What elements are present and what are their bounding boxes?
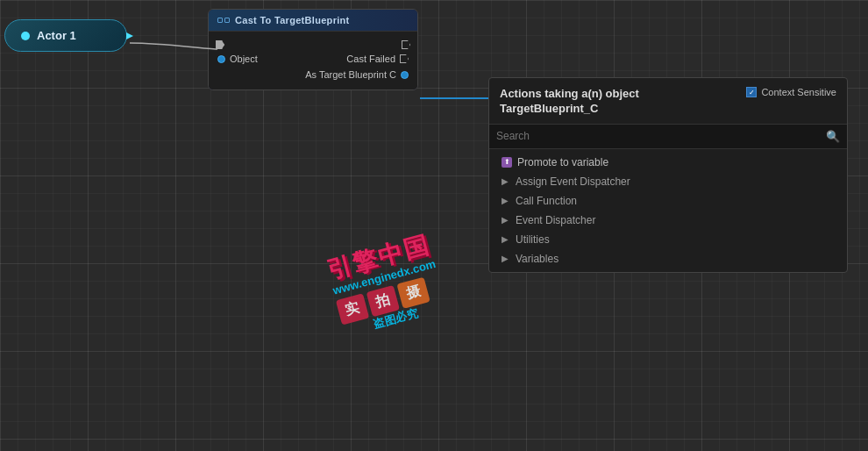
action-label-assign-event: Assign Event Dispatcher [516,175,630,188]
cast-node: Cast To TargetBlueprint Object Cast Fail… [208,9,418,90]
actions-title: Actions taking a(n) object TargetBluepri… [500,87,639,117]
action-item-assign-event[interactable]: ▶ Assign Event Dispatcher [489,172,847,191]
cast-node-body: Object Cast Failed As Target Blueprint C [209,32,417,89]
watermark-text1: 引擎中国 [324,228,435,288]
cast-icon-box1 [217,18,223,23]
watermark-text3: 盗图必究 [342,297,448,340]
actions-title-line2: TargetBlueprint_C [500,102,639,117]
actor-node-dot [21,32,30,40]
promote-icon: ⬆ [502,157,512,168]
cast-icon-box2 [224,18,230,23]
context-sensitive-checkbox[interactable] [746,87,757,97]
action-item-call-function[interactable]: ▶ Call Function [489,191,847,211]
action-label-promote: Promote to variable [517,156,608,168]
watermark-badge1: 实 [336,293,369,325]
action-label-utilities: Utilities [516,233,550,246]
watermark-text2: www.enginedx.com [331,257,438,297]
action-item-promote[interactable]: ⬆ Promote to variable [489,153,847,172]
as-target-pin-out[interactable] [401,71,409,79]
exec-row [209,39,417,51]
search-row[interactable]: 🔍 [489,125,847,149]
actions-header: Actions taking a(n) object TargetBluepri… [489,78,847,125]
cast-node-header: Cast To TargetBlueprint [209,10,417,32]
context-sensitive-label: Context Sensitive [761,87,836,97]
action-item-utilities[interactable]: ▶ Utilities [489,230,847,249]
actions-panel: Actions taking a(n) object TargetBluepri… [488,77,848,273]
action-item-event-dispatcher[interactable]: ▶ Event Dispatcher [489,211,847,230]
expand-arrow-variables: ▶ [502,254,509,263]
object-castfailed-row: Object Cast Failed [209,51,417,67]
as-target-row: As Target Blueprint C [209,67,417,82]
actor-node-label: Actor 1 [37,29,76,42]
action-item-variables[interactable]: ▶ Variables [489,249,847,268]
expand-arrow-event: ▶ [502,215,509,225]
cast-node-title: Cast To TargetBlueprint [235,15,350,25]
actor-node-output-pin [126,32,133,39]
exec-pin-in[interactable] [216,40,224,49]
expand-arrow-call: ▶ [502,196,509,205]
watermark-badge2: 拍 [366,285,400,317]
watermark-badges: 实 拍 摄 [336,273,445,325]
object-pin-in[interactable] [217,55,225,63]
expand-arrow-assign: ▶ [502,176,509,186]
search-input[interactable] [496,130,826,142]
context-sensitive[interactable]: Context Sensitive [746,87,836,97]
object-label: Object [230,54,258,64]
actor-node[interactable]: Actor 1 [4,19,127,52]
actions-title-line1: Actions taking a(n) object [500,87,639,102]
cast-failed-pin[interactable] [400,54,409,63]
action-label-variables: Variables [516,253,559,265]
action-label-event-dispatcher: Event Dispatcher [516,214,595,226]
watermark: 引擎中国 www.enginedx.com 实 拍 摄 盗图必究 [324,228,449,340]
actions-list: ⬆ Promote to variable ▶ Assign Event Dis… [489,149,847,272]
expand-arrow-utilities: ▶ [502,234,509,244]
watermark-badge3: 摄 [396,277,430,309]
as-target-label: As Target Blueprint C [305,69,396,80]
exec-pin-out[interactable] [402,40,410,49]
cast-failed-label: Cast Failed [346,54,395,64]
action-label-call-function: Call Function [516,195,577,207]
cast-icon [217,18,230,23]
search-icon: 🔍 [826,130,840,143]
